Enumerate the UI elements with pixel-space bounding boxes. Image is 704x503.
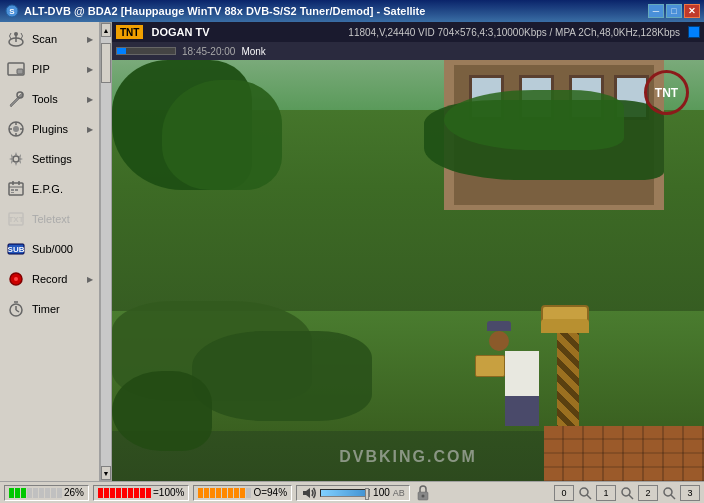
sidebar: Scan ▶ PIP ▶ — [0, 22, 100, 481]
sidebar-scrollbar[interactable]: ▲ ▼ — [100, 22, 112, 481]
teletext-label: Teletext — [32, 213, 93, 225]
channel-name: DOGAN TV — [151, 26, 209, 38]
epg-icon — [6, 179, 26, 199]
qbar-3 — [110, 488, 115, 498]
bbar-2 — [204, 488, 209, 498]
zoom-1-label: 1 — [603, 488, 608, 498]
scene-bush-mid — [192, 331, 372, 421]
svg-point-27 — [14, 277, 18, 281]
zoom-magnifier-icon-3 — [662, 486, 676, 500]
person-body-row — [475, 351, 539, 396]
bbar-9 — [246, 488, 251, 498]
sidebar-item-scan[interactable]: Scan ▶ — [0, 24, 99, 54]
qbar-1 — [98, 488, 103, 498]
svg-rect-20 — [15, 189, 18, 191]
volume-slider[interactable] — [320, 489, 370, 497]
bar-1 — [9, 488, 14, 498]
minimize-button[interactable]: ─ — [648, 4, 664, 18]
channel-bar: TNT DOGAN TV 11804,V,24440 VID 704×576,4… — [112, 22, 704, 42]
scan-arrow: ▶ — [87, 35, 93, 44]
plugins-label: Plugins — [32, 123, 81, 135]
settings-label: Settings — [32, 153, 93, 165]
program-time: 18:45-20:00 — [182, 46, 235, 57]
zoom-2-label: 2 — [645, 488, 650, 498]
svg-point-34 — [580, 488, 588, 496]
scan-label: Scan — [32, 33, 81, 45]
video-scene: TNT DVBKING.COM — [112, 60, 704, 481]
sidebar-item-epg[interactable]: E.P.G. — [0, 174, 99, 204]
maximize-button[interactable]: □ — [666, 4, 682, 18]
content-row: Scan ▶ PIP ▶ — [0, 22, 704, 481]
zoom-2-button[interactable]: 2 — [638, 485, 658, 501]
volume-value: 100 — [373, 487, 390, 498]
channel-info: 11804,V,24440 VID 704×576,4:3,10000Kbps … — [348, 27, 680, 38]
scroll-thumb[interactable] — [101, 43, 111, 83]
sidebar-item-pip[interactable]: PIP ▶ — [0, 54, 99, 84]
video-frame[interactable]: TNT DVBKING.COM — [112, 60, 704, 481]
signal-segment: 26% — [4, 485, 89, 501]
qbar-4 — [116, 488, 121, 498]
qbar-8 — [140, 488, 145, 498]
sub-icon: SUB — [6, 239, 26, 259]
bbar-8 — [240, 488, 245, 498]
scroll-down-button[interactable]: ▼ — [101, 466, 111, 480]
sidebar-item-settings[interactable]: Settings — [0, 144, 99, 174]
quality-bar — [98, 488, 151, 498]
title-controls: ─ □ ✕ — [648, 4, 700, 18]
volume-thumb[interactable] — [365, 488, 369, 500]
qbar-6 — [128, 488, 133, 498]
bbar-4 — [216, 488, 221, 498]
teletext-icon: TXT — [6, 209, 26, 229]
tnt-logo-text: TNT — [655, 86, 678, 100]
title-bar-left: S ALT-DVB @ BDA2 [Hauppauge WinTV 88x DV… — [4, 3, 425, 19]
svg-point-14 — [13, 156, 19, 162]
watermark: DVBKING.COM — [339, 448, 477, 466]
qbar-2 — [104, 488, 109, 498]
sub-label: Sub/000 — [32, 243, 93, 255]
zoom-3-button[interactable]: 3 — [680, 485, 700, 501]
sidebar-item-record[interactable]: Record ▶ — [0, 264, 99, 294]
sidebar-item-plugins[interactable]: Plugins ▶ — [0, 114, 99, 144]
scene-ivy-2 — [444, 90, 624, 150]
bar-7 — [45, 488, 50, 498]
close-button[interactable]: ✕ — [684, 4, 700, 18]
record-label: Record — [32, 273, 81, 285]
bbar-5 — [222, 488, 227, 498]
scene-tree-left-2 — [162, 80, 282, 190]
sidebar-item-sub[interactable]: SUB Sub/000 — [0, 234, 99, 264]
scroll-up-button[interactable]: ▲ — [101, 23, 111, 37]
zoom-0-label: 0 — [561, 488, 566, 498]
scene-foliage-bottom-left — [112, 371, 212, 451]
program-bar: 18:45-20:00 Monk — [112, 42, 704, 60]
svg-point-38 — [664, 488, 672, 496]
quality-segment: =100% — [93, 485, 189, 501]
svg-text:SUB: SUB — [8, 245, 25, 254]
zoom-1-button[interactable]: 1 — [596, 485, 616, 501]
bbar-3 — [210, 488, 215, 498]
signal-bar — [9, 488, 62, 498]
sidebar-item-tools[interactable]: Tools ▶ — [0, 84, 99, 114]
plugins-arrow: ▶ — [87, 125, 93, 134]
zoom-0-button[interactable]: 0 — [554, 485, 574, 501]
quality-label: =100% — [153, 487, 184, 498]
lock-icon-button[interactable] — [414, 485, 432, 501]
svg-line-37 — [629, 495, 633, 499]
scene-person — [475, 321, 539, 426]
ber-label: O=94% — [253, 487, 287, 498]
pip-arrow: ▶ — [87, 65, 93, 74]
pip-label: PIP — [32, 63, 81, 75]
zoom-3-label: 3 — [687, 488, 692, 498]
person-head — [489, 331, 509, 351]
scan-icon — [6, 29, 26, 49]
svg-text:S: S — [9, 7, 15, 16]
svg-point-33 — [421, 494, 424, 497]
sidebar-item-timer[interactable]: Timer — [0, 294, 99, 324]
tools-arrow: ▶ — [87, 95, 93, 104]
qbar-9 — [146, 488, 151, 498]
ber-bar — [198, 488, 251, 498]
person-torso — [505, 351, 539, 396]
svg-rect-19 — [11, 189, 14, 191]
program-title: Monk — [241, 46, 265, 57]
bar-9 — [57, 488, 62, 498]
bar-3 — [21, 488, 26, 498]
